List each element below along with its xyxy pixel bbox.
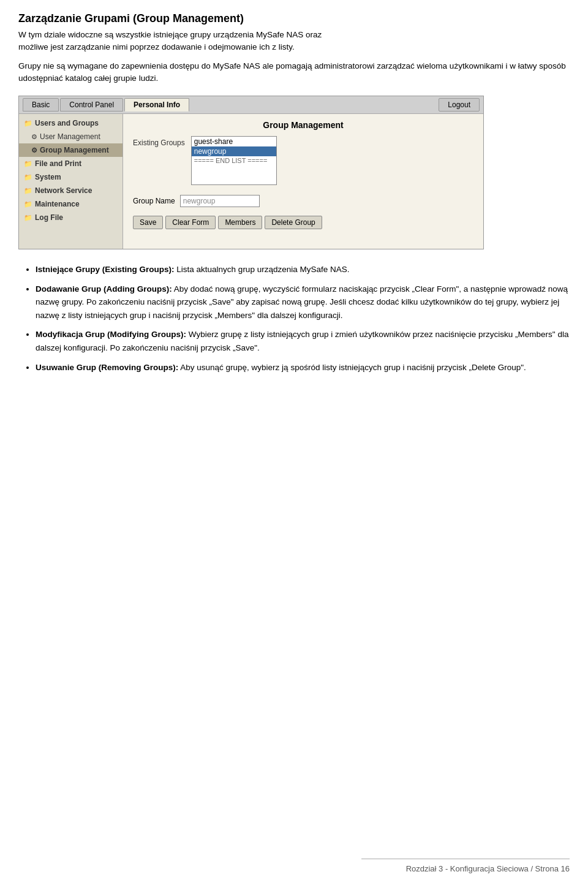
tab-control-panel[interactable]: Control Panel — [60, 98, 123, 112]
folder-icon-6 — [24, 213, 32, 222]
form-area: Existing Groups guest-share newgroup ===… — [133, 136, 473, 229]
list-item-adding: Dodawanie Grup (Adding Groups): Aby doda… — [36, 283, 570, 322]
save-button[interactable]: Save — [133, 216, 163, 229]
bullet-removing-text: Aby usunąć grupę, wybierz ją spośród lis… — [180, 363, 526, 372]
intro-para2: Grupy nie są wymagane do zapewnienia dos… — [18, 60, 570, 85]
sidebar-section-network-service[interactable]: Network Service — [19, 184, 123, 197]
list-item-newgroup[interactable]: newgroup — [192, 146, 276, 156]
sidebar-section-file-print[interactable]: File and Print — [19, 157, 123, 170]
folder-icon — [24, 119, 32, 127]
sidebar: Users and Groups User Management Group M… — [19, 114, 123, 249]
folder-icon-4 — [24, 186, 32, 195]
group-name-label: Group Name — [133, 197, 175, 205]
group-name-input[interactable] — [180, 195, 260, 207]
page-title: Zarządzanie Grupami (Group Management) — [18, 12, 570, 25]
folder-icon-5 — [24, 200, 32, 208]
intro-text: W tym dziale widoczne są wszystkie istni… — [18, 29, 570, 54]
main-content: Group Management Existing Groups guest-s… — [123, 114, 483, 249]
bullet-modifying-bold: Modyfikacja Grup (Modifying Groups): — [36, 330, 186, 339]
logout-button[interactable]: Logout — [439, 98, 480, 112]
members-button[interactable]: Members — [218, 216, 262, 229]
sidebar-section-users-groups[interactable]: Users and Groups — [19, 116, 123, 130]
tab-basic[interactable]: Basic — [23, 98, 59, 112]
clear-form-button[interactable]: Clear Form — [165, 216, 216, 229]
groups-listbox[interactable]: guest-share newgroup ===== END LIST ====… — [191, 136, 277, 185]
tab-personal-info[interactable]: Personal Info — [124, 98, 189, 112]
bullet-list: Istniejące Grupy (Existing Groups): List… — [18, 263, 570, 374]
list-item-guest-share[interactable]: guest-share — [192, 137, 276, 146]
sidebar-section-log-file[interactable]: Log File — [19, 211, 123, 224]
group-name-row: Group Name — [133, 195, 260, 207]
bullet-adding-bold: Dodawanie Grup (Adding Groups): — [36, 284, 172, 294]
sidebar-section-system[interactable]: System — [19, 170, 123, 184]
delete-group-button[interactable]: Delete Group — [265, 216, 322, 229]
list-item-end: ===== END LIST ===== — [192, 156, 276, 165]
sidebar-item-group-management[interactable]: Group Management — [19, 143, 123, 157]
footer-text: Rozdział 3 - Konfiguracja Sieciowa / Str… — [361, 864, 570, 873]
footer: Rozdział 3 - Konfiguracja Sieciowa / Str… — [361, 859, 570, 873]
gear-icon — [31, 132, 37, 141]
button-row: Save Clear Form Members Delete Group — [133, 216, 322, 229]
gear-icon-2 — [31, 146, 37, 154]
bullet-existing-text: Lista aktualnych grup urządzenia MySafe … — [176, 265, 349, 274]
bullet-removing-bold: Usuwanie Grup (Removing Groups): — [36, 363, 178, 372]
list-item-modifying: Modyfikacja Grup (Modifying Groups): Wyb… — [36, 328, 570, 354]
existing-groups-label: Existing Groups — [133, 139, 185, 147]
list-item-removing: Usuwanie Grup (Removing Groups): Aby usu… — [36, 361, 570, 374]
sidebar-item-user-management[interactable]: User Management — [19, 130, 123, 143]
folder-icon-2 — [24, 159, 32, 168]
panel-title: Group Management — [133, 120, 473, 130]
sidebar-section-maintenance[interactable]: Maintenance — [19, 197, 123, 211]
panel-nav: Basic Control Panel Personal Info Logout — [19, 96, 483, 114]
folder-icon-3 — [24, 173, 32, 181]
bullet-existing-bold: Istniejące Grupy (Existing Groups): — [36, 265, 175, 274]
panel-body: Users and Groups User Management Group M… — [19, 114, 483, 249]
list-item-existing: Istniejące Grupy (Existing Groups): List… — [36, 263, 570, 276]
screenshot-panel: Basic Control Panel Personal Info Logout… — [18, 96, 484, 249]
